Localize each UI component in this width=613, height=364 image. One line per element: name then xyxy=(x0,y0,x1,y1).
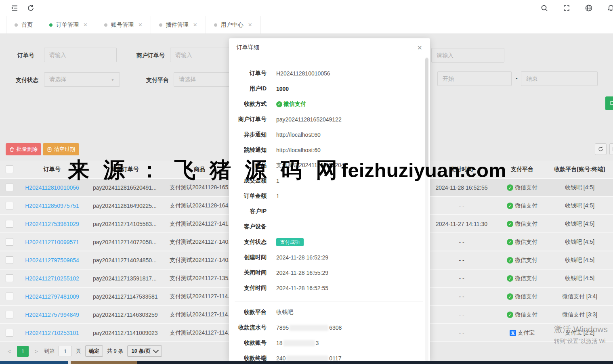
row-checkbox[interactable] xyxy=(6,274,13,282)
tab-plugins[interactable]: 插件管理 ✕ xyxy=(151,16,206,33)
pay-time-cell: - - xyxy=(425,275,498,282)
order-no-link[interactable]: H2024112850975751 xyxy=(25,203,79,209)
order-no-link[interactable]: H2024112757994849 xyxy=(25,312,79,318)
order-no-link[interactable]: H2024112710255102 xyxy=(25,275,79,282)
tab-accounts[interactable]: 账号管理 ✕ xyxy=(96,16,151,33)
field-value-notify-url: http://localhost:60 xyxy=(276,132,321,138)
platform-cell: 微信支付 xyxy=(515,184,537,191)
page-size-select[interactable]: 10 条/页 xyxy=(127,345,162,357)
merchant-no-cell: pay2024112714105583... xyxy=(86,221,163,227)
wechat-pay-icon: ✓ xyxy=(507,221,513,227)
merchant-no-cell: pay2024112714072058... xyxy=(86,239,163,245)
col-header-product: 商品 xyxy=(163,166,236,173)
recv-platform-cell: 支付宝 [2:2] xyxy=(546,329,613,337)
pay-time-cell: - - xyxy=(425,312,498,318)
tab-label: 插件管理 xyxy=(166,21,189,29)
recv-platform-cell: 收钱吧 [4:5] xyxy=(546,275,613,282)
tab-label: 订单管理 xyxy=(56,21,79,29)
refresh-icon[interactable] xyxy=(27,4,35,12)
field-value-pay-time: 2024-11-28 16:52:55 xyxy=(276,285,328,291)
table-settings-button[interactable] xyxy=(609,143,613,155)
tab-orders[interactable]: 订单管理 ✕ xyxy=(41,16,96,33)
menu-toggle-icon[interactable] xyxy=(10,4,19,12)
next-page-button[interactable]: > xyxy=(33,348,40,355)
order-no-link[interactable]: H2024112753981029 xyxy=(25,221,79,227)
field-label: 异步通知 xyxy=(229,131,267,138)
close-icon[interactable]: ✕ xyxy=(417,44,422,52)
field-label: 收款账号 xyxy=(229,339,267,347)
pay-status-filter-label: 支付状态 xyxy=(4,72,38,88)
tab-close-icon[interactable]: ✕ xyxy=(193,22,197,28)
bell-icon[interactable] xyxy=(607,4,613,12)
row-checkbox[interactable] xyxy=(6,238,13,246)
scrollbar-thumb[interactable] xyxy=(425,58,428,175)
date-start-input[interactable] xyxy=(437,71,512,86)
row-checkbox[interactable] xyxy=(6,184,13,191)
date-end-input[interactable] xyxy=(521,71,598,86)
row-checkbox[interactable] xyxy=(6,311,13,318)
jump-confirm-button[interactable]: 确定 xyxy=(85,345,103,357)
modal-scrollbar[interactable] xyxy=(425,57,428,361)
batch-delete-button[interactable]: 批量删除 xyxy=(6,143,41,155)
extra-filter-input[interactable] xyxy=(431,48,504,63)
platform-cell: 微信支付 xyxy=(515,311,537,318)
prev-page-button[interactable]: < xyxy=(6,348,13,355)
pagination: < 1 > 到第 页 确定 共 9 条 10 条/页 xyxy=(6,345,162,357)
field-label: 创建时间 xyxy=(229,254,267,261)
row-checkbox[interactable] xyxy=(6,256,13,264)
top-header-bar xyxy=(0,0,613,17)
tab-dot-icon xyxy=(214,23,217,27)
tab-dot-icon xyxy=(159,23,162,27)
document-icon xyxy=(47,147,52,152)
tab-close-icon[interactable]: ✕ xyxy=(138,22,143,28)
tab-user-center[interactable]: 用户中心 ✕ xyxy=(206,16,261,33)
globe-icon[interactable] xyxy=(585,4,593,12)
order-no-link[interactable]: H2024112710253101 xyxy=(25,330,79,336)
field-label: 收款方式 xyxy=(229,100,267,108)
order-no-link[interactable]: H2024112797481009 xyxy=(25,293,79,300)
platform-cell: 微信支付 xyxy=(515,202,537,209)
col-header-recv-platform: 收款平台[账号:终端] xyxy=(546,166,613,173)
merchant-no-cell: pay2024112816490225... xyxy=(86,203,163,209)
merchant-no-cell: pay202411271147533581 xyxy=(86,293,163,300)
row-checkbox[interactable] xyxy=(6,293,13,300)
jump-page-input[interactable] xyxy=(59,346,72,356)
current-page-button[interactable]: 1 xyxy=(17,346,29,357)
pay-status-select[interactable]: 请选择 ▼ xyxy=(44,72,120,87)
order-no-link[interactable]: H2024112810010056 xyxy=(25,184,79,191)
fullscreen-icon[interactable] xyxy=(563,4,571,12)
tab-close-icon[interactable]: ✕ xyxy=(248,22,252,28)
tab-bar: 首页 订单管理 ✕ 账号管理 ✕ 插件管理 ✕ 用户中心 ✕ xyxy=(0,16,613,34)
clear-expired-button[interactable]: 清空过期 xyxy=(43,143,79,155)
field-label: 订单金额 xyxy=(229,192,267,200)
section-divider xyxy=(235,301,423,301)
row-checkbox[interactable] xyxy=(6,220,13,228)
merchant-no-cell: pay202411271141009023 xyxy=(86,330,163,336)
pay-time-cell: - - xyxy=(425,293,498,300)
tab-close-icon[interactable]: ✕ xyxy=(83,22,88,28)
row-checkbox[interactable] xyxy=(6,202,13,209)
order-no-filter-input[interactable] xyxy=(44,48,117,62)
pay-time-cell: 2024-11-28 16:52:55 xyxy=(425,184,498,191)
wechat-pay-icon: ✓ xyxy=(507,184,513,191)
order-no-link[interactable]: H2024112710099571 xyxy=(25,239,79,245)
recv-platform-cell: 收钱吧 [4:5] xyxy=(546,220,613,228)
field-label: 商户订单号 xyxy=(229,116,267,123)
wechat-pay-icon: ✓ xyxy=(276,101,282,107)
field-label: 支付状态 xyxy=(229,238,267,246)
table-refresh-button[interactable] xyxy=(595,143,607,155)
jump-label: 到第 xyxy=(44,347,55,355)
tab-home[interactable]: 首页 xyxy=(6,16,41,33)
refresh-icon xyxy=(598,146,604,152)
field-value-user-id: 1000 xyxy=(276,86,289,92)
row-checkbox[interactable] xyxy=(6,329,13,337)
tab-dot-icon xyxy=(49,23,52,27)
date-range-separator: - xyxy=(516,75,518,82)
search-submit-button[interactable] xyxy=(605,96,613,110)
select-all-checkbox[interactable] xyxy=(6,165,13,173)
order-no-link[interactable]: H2024112797509854 xyxy=(25,257,79,264)
search-icon[interactable] xyxy=(540,4,548,12)
col-header-order-no: 订单号 xyxy=(18,166,86,173)
field-label: 成交金额 xyxy=(229,177,267,184)
field-label: 关闭时间 xyxy=(229,269,267,276)
